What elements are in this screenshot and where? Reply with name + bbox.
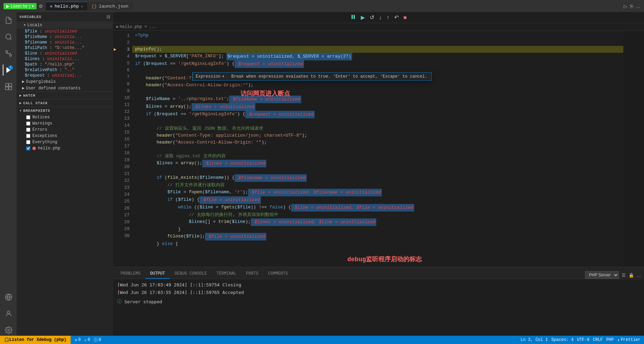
debug-start-button[interactable]: ▶ bbox=[359, 13, 366, 21]
locals-group-header[interactable]: ▾ Locals bbox=[17, 21, 113, 29]
activity-debug[interactable]: 1 bbox=[3, 65, 14, 76]
ln-11: 11 bbox=[113, 101, 132, 108]
var-relativePath[interactable]: $relativePath : ".." bbox=[17, 67, 113, 73]
ln-1: 1 bbox=[113, 32, 132, 39]
encoding-indicator[interactable]: UTF-8 bbox=[577, 337, 590, 342]
debug-stop-button[interactable]: ■ bbox=[402, 14, 408, 21]
status-warnings[interactable]: ⚠ 0 bbox=[84, 337, 90, 343]
collapse-all-button[interactable]: ⊟ bbox=[106, 14, 110, 19]
bp-exceptions-checkbox[interactable] bbox=[26, 134, 30, 138]
panel-list-button[interactable]: ☰ bbox=[622, 273, 626, 278]
bp-hello-php-file[interactable]: hello.php bbox=[17, 145, 113, 151]
user-defined-constants-header[interactable]: ▶ User defined constants bbox=[17, 85, 113, 91]
activity-settings[interactable] bbox=[3, 325, 14, 336]
code-line-14: // 设置响应头, 返回 JSON 数据, 并允许跨域请求 bbox=[132, 125, 623, 132]
panel-more-button[interactable]: … bbox=[637, 273, 641, 278]
more-actions-button[interactable]: … bbox=[636, 3, 641, 9]
code-lines[interactable]: <?php phpinfo(); $request = $_SERVER['PA… bbox=[132, 31, 623, 267]
var-fileName[interactable]: $fileName : uninitia... bbox=[17, 34, 113, 40]
var-filename[interactable]: $filename : uninitia... bbox=[17, 40, 113, 45]
panel-tab-ports[interactable]: PORTS bbox=[241, 269, 263, 279]
var-lines[interactable]: $lines : uninitaliz... bbox=[17, 56, 113, 62]
activity-search[interactable] bbox=[3, 31, 14, 42]
activity-remote[interactable] bbox=[3, 292, 14, 303]
debug-pause-continue-button[interactable] bbox=[349, 13, 357, 22]
bp-warnings[interactable]: Warnings bbox=[17, 120, 113, 127]
activity-bar: 1 bbox=[0, 12, 17, 336]
var-path[interactable]: $path : "/hello.php" bbox=[17, 62, 113, 67]
language-indicator[interactable]: PHP bbox=[606, 337, 614, 342]
line-ending-indicator[interactable]: CRLF bbox=[593, 337, 603, 342]
panel-tab-debug-console[interactable]: DEBUG CONSOLE bbox=[170, 269, 212, 279]
bp-everything[interactable]: Everything bbox=[17, 139, 113, 145]
bp-hello-php-label: hello.php bbox=[38, 146, 60, 151]
cursor-position[interactable]: Ln 3, Col 1 bbox=[521, 337, 548, 342]
var-val-path: "/hello.php" bbox=[45, 62, 74, 67]
code-line-27: $lines[] = trim($line); $lines = uniniti… bbox=[132, 218, 623, 226]
bp-errors[interactable]: Errors bbox=[17, 127, 113, 133]
bp-notices-label: Notices bbox=[32, 115, 50, 120]
watch-label: WATCH bbox=[23, 94, 35, 98]
tab-launch-json[interactable]: {} launch.json bbox=[87, 2, 132, 10]
bp-exceptions[interactable]: Exceptions bbox=[17, 133, 113, 139]
breakpoints-header[interactable]: ▾ BREAKPOINTS bbox=[17, 107, 113, 114]
var-fullPath[interactable]: $fullPath : "D:\othe..." bbox=[17, 45, 113, 51]
code-editor[interactable]: 1 2 ▶ 3 4 5 6 7 8 9 10 11 12 13 14 bbox=[113, 31, 644, 267]
callstack-header[interactable]: ▶ CALL STACK bbox=[17, 99, 113, 107]
tab-hello-php[interactable]: ◈ hello.php ✕ bbox=[46, 2, 88, 10]
bp-everything-checkbox[interactable] bbox=[26, 140, 30, 144]
debug-step-into-button[interactable]: ↑ bbox=[385, 14, 391, 21]
activity-extensions[interactable] bbox=[3, 81, 14, 92]
status-debug-banner[interactable]: 🎧 Listen for Xdebug (php) bbox=[0, 336, 71, 344]
activity-source-control[interactable] bbox=[3, 48, 14, 59]
bp-hello-php-checkbox[interactable] bbox=[26, 146, 30, 150]
formatter-indicator[interactable]: ✦ Prettier bbox=[617, 337, 641, 343]
var-file[interactable]: $file : uninitialized bbox=[17, 29, 113, 34]
panel-tab-comments[interactable]: COMMENTS bbox=[263, 269, 293, 279]
superglobals-header[interactable]: ▶ Superglobals bbox=[17, 78, 113, 85]
ln-28: 28 bbox=[113, 218, 132, 225]
ln-18: 18 bbox=[113, 149, 132, 156]
status-left: ✕ 0 ⚠ 0 ⓘ 0 bbox=[75, 337, 101, 343]
activity-explorer[interactable] bbox=[3, 15, 14, 26]
code-line-4: $request = $_SERVER['PATH_INFO']; $reque… bbox=[132, 53, 623, 60]
bp-warnings-checkbox[interactable] bbox=[26, 121, 30, 126]
bp-errors-checkbox[interactable] bbox=[26, 128, 30, 132]
spaces-indicator[interactable]: Spaces: 4 bbox=[551, 337, 574, 342]
panel-tab-right: PHP Server ☰ 🔒 … bbox=[585, 271, 641, 279]
run-without-debug-button[interactable]: ▷ bbox=[624, 3, 627, 9]
debug-gear-button[interactable]: ⚙ bbox=[39, 3, 43, 9]
panel-tab-output[interactable]: OUTPUT bbox=[145, 269, 170, 279]
panel-tab-terminal[interactable]: TERMINAL bbox=[212, 269, 241, 279]
code-line-1: <?php bbox=[132, 32, 623, 39]
code-line-24: if ($file) { $file = uninitialized bbox=[132, 196, 623, 204]
watch-header[interactable]: ▶ WATCH bbox=[17, 92, 113, 99]
panel-lock-button[interactable]: 🔒 bbox=[628, 273, 634, 278]
panel-tab-problems[interactable]: PROBLEMS bbox=[116, 269, 145, 279]
ln-29: 29 bbox=[113, 225, 132, 232]
debug-restart-button[interactable]: ↺ bbox=[368, 13, 376, 21]
server-select[interactable]: PHP Server bbox=[585, 271, 619, 279]
var-request[interactable]: $request : uninitial... bbox=[17, 73, 113, 78]
ln-20: 20 bbox=[113, 163, 132, 170]
code-line-15: header("Content-Type: application/json; … bbox=[132, 132, 623, 139]
status-info[interactable]: ⓘ 0 bbox=[94, 337, 101, 343]
tab-label-hello-php: hello.php bbox=[55, 4, 79, 9]
bp-notices-checkbox[interactable] bbox=[26, 115, 30, 119]
ln-26: 26 bbox=[113, 205, 132, 212]
activity-accounts[interactable] bbox=[3, 308, 14, 319]
bp-notices[interactable]: Notices bbox=[17, 114, 113, 120]
svg-rect-5 bbox=[6, 83, 8, 86]
debug-play-button[interactable]: ▶ Listen for ) ▾ bbox=[3, 3, 37, 9]
code-line-11: $lines = array(); $lines = uninitialized bbox=[132, 103, 623, 111]
variables-section-header[interactable]: VARIABLES ⊟ bbox=[17, 12, 113, 21]
split-editor-button[interactable]: ⎘ bbox=[630, 3, 633, 9]
status-errors[interactable]: ✕ 0 bbox=[75, 337, 81, 343]
expression-dropdown[interactable]: Expression ▾ bbox=[193, 72, 227, 80]
expression-label: Expression bbox=[196, 74, 221, 79]
tab-close-hello-php[interactable]: ✕ bbox=[81, 4, 83, 9]
json-file-icon: {} bbox=[91, 4, 97, 9]
var-line[interactable]: $line : uninitialized bbox=[17, 51, 113, 56]
debug-step-out-button[interactable]: ↶ bbox=[393, 13, 400, 21]
debug-step-over-button[interactable]: ↓ bbox=[378, 14, 383, 21]
